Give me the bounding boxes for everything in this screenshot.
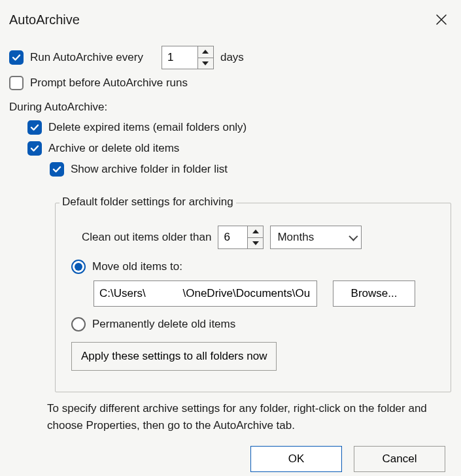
run-label: Run AutoArchive every xyxy=(30,51,143,64)
ok-button[interactable]: OK xyxy=(250,446,342,472)
run-days-spinner xyxy=(162,46,214,69)
clean-label: Clean out items older than xyxy=(82,231,211,244)
show-folder-label: Show archive folder in folder list xyxy=(71,163,228,176)
run-days-up[interactable] xyxy=(198,46,213,58)
clean-up[interactable] xyxy=(248,226,263,238)
move-label: Move old items to: xyxy=(92,260,182,273)
show-folder-row: Show archive folder in folder list xyxy=(50,162,452,177)
clean-unit-select[interactable]: Months xyxy=(270,226,362,249)
dropdown-icon xyxy=(349,232,358,241)
path-row: Browse... xyxy=(94,280,441,307)
prompt-checkbox[interactable] xyxy=(9,76,24,90)
dialog-title: AutoArchive xyxy=(9,12,80,27)
show-folder-checkbox[interactable] xyxy=(50,162,64,177)
run-days-down[interactable] xyxy=(198,58,213,69)
clean-row: Clean out items older than Months xyxy=(82,226,441,249)
perm-radio[interactable] xyxy=(71,317,86,332)
cancel-button[interactable]: Cancel xyxy=(354,446,445,472)
perm-label: Permanently delete old items xyxy=(92,318,235,331)
run-unit: days xyxy=(220,51,244,64)
clean-down[interactable] xyxy=(248,238,263,249)
clean-unit-label: Months xyxy=(277,231,314,244)
browse-button[interactable]: Browse... xyxy=(333,280,415,307)
perm-row: Permanently delete old items xyxy=(71,317,441,332)
delete-expired-checkbox[interactable] xyxy=(27,120,42,135)
delete-expired-label: Delete expired items (email folders only… xyxy=(48,121,247,134)
clean-spinner xyxy=(218,226,264,249)
during-label: During AutoArchive: xyxy=(9,101,452,114)
title-bar: AutoArchive xyxy=(0,0,461,34)
delete-expired-row: Delete expired items (email folders only… xyxy=(27,120,452,135)
hint-text: To specify different archive settings fo… xyxy=(47,400,450,434)
chevron-down-icon xyxy=(252,241,259,245)
clean-value-input[interactable] xyxy=(218,226,248,249)
archive-path-input[interactable] xyxy=(94,280,317,307)
prompt-row: Prompt before AutoArchive runs xyxy=(9,76,452,90)
group-legend: Default folder settings for archiving xyxy=(60,196,236,209)
check-icon xyxy=(30,144,39,153)
dialog-footer: OK Cancel xyxy=(250,446,445,472)
chevron-down-icon xyxy=(202,61,209,65)
move-row: Move old items to: xyxy=(71,260,441,274)
chevron-up-icon xyxy=(202,50,209,54)
chevron-up-icon xyxy=(252,230,259,233)
default-settings-group: Default folder settings for archiving Cl… xyxy=(55,203,451,392)
run-row: Run AutoArchive every days xyxy=(9,46,452,69)
run-days-input[interactable] xyxy=(162,46,198,69)
apply-row: Apply these settings to all folders now xyxy=(71,342,441,371)
check-icon xyxy=(30,123,39,132)
prompt-label: Prompt before AutoArchive runs xyxy=(30,76,188,90)
dialog-body: Run AutoArchive every days Prompt before… xyxy=(0,34,461,177)
run-checkbox[interactable] xyxy=(9,50,24,65)
archive-old-label: Archive or delete old items xyxy=(48,142,179,155)
check-icon xyxy=(52,165,61,174)
check-icon xyxy=(12,53,21,62)
autoarchive-dialog: AutoArchive Run AutoArchive every days xyxy=(0,0,461,476)
close-button[interactable] xyxy=(431,9,452,30)
archive-old-checkbox[interactable] xyxy=(27,141,42,156)
close-icon xyxy=(435,14,447,26)
move-radio[interactable] xyxy=(71,260,86,274)
apply-all-button[interactable]: Apply these settings to all folders now xyxy=(71,342,277,371)
archive-old-row: Archive or delete old items xyxy=(27,141,452,156)
